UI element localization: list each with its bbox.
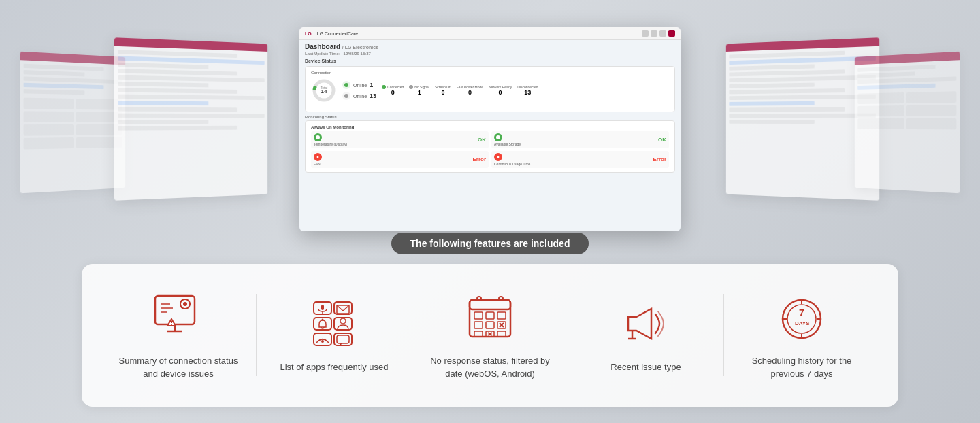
feature-app-list: List of apps frequently used [273,297,395,374]
divider-2 [412,294,412,376]
network-ready-value: 0 [489,89,512,96]
features-section: The following features are included [0,233,980,423]
screenshot-far-left [20,52,125,194]
dashboard-body: Device Status Connection Total 14 [299,58,681,173]
connection-label: Connection [311,71,669,75]
monitoring-panel: Always On Monitoring Temperature (Displa… [305,120,675,173]
feature-scheduling-text: Scheduling history for the previous 7 da… [740,354,863,381]
no-signal-label: No Signal [414,85,429,89]
feature-issue-type: Recent issue type [585,297,707,374]
screenshot-main: LG LG ConnectedCare Dashboard / LG Elect… [299,27,681,231]
storage-label: Available Storage [494,142,521,146]
feature-no-response: No response status, filtered by date (we… [429,290,551,381]
always-on-label: Always On Monitoring [311,125,669,129]
monitor-gear-warning-icon [151,290,206,345]
features-badge: The following features are included [391,233,589,254]
device-status-title: Device Status [305,58,675,63]
feature-issue-text: Recent issue type [610,360,681,374]
svg-point-37 [322,319,324,321]
donut-chart: Total 14 [311,78,337,103]
dashboard-titlebar: LG LG ConnectedCare [299,27,681,40]
app-name: LG ConnectedCare [317,31,358,36]
features-badge-text: The following features are included [410,238,570,249]
divider-1 [256,294,257,376]
svg-rect-49 [474,312,483,319]
calendar-grid-icon [463,290,517,345]
fan-status: Error [472,156,486,163]
dashboard-header: Dashboard / LG Electronics Last Update T… [299,40,681,58]
svg-line-25 [188,307,189,307]
last-update-value: 12/08/29 15:37 [344,52,371,56]
svg-point-6 [316,135,320,139]
online-value: 1 [370,82,373,88]
no-signal-value: 1 [409,89,429,96]
svg-text:14: 14 [321,88,327,95]
lg-logo: LG [305,31,312,36]
svg-line-27 [181,307,182,307]
screenshots-area: LG LG ConnectedCare Dashboard / LG Elect… [0,0,980,245]
svg-point-39 [340,318,346,324]
svg-rect-51 [497,312,506,319]
breadcrumb: / LG Electronics [342,45,378,50]
svg-rect-32 [321,305,324,310]
svg-point-48 [499,297,503,301]
fan-label: FAN [314,162,322,166]
fan-item: FAN Error [311,151,489,168]
continuous-label: Continuous Usage Time [494,162,530,166]
divider-4 [723,294,724,376]
storage-status: OK [658,137,666,143]
svg-point-5 [344,94,348,98]
temperature-label: Temperature (Display) [314,142,347,146]
svg-text:DAYS: DAYS [795,320,810,326]
temperature-item: Temperature (Display) OK [311,131,489,148]
svg-line-24 [181,300,182,301]
svg-text:7: 7 [799,307,804,318]
feature-connection-text: Summary of connection status and device … [117,354,240,381]
apps-grid-icon [307,297,361,351]
megaphone-icon [619,297,673,351]
svg-rect-52 [474,322,483,328]
features-card: Summary of connection status and device … [82,264,898,407]
divider-3 [568,294,568,376]
svg-point-19 [183,302,187,306]
svg-line-26 [188,300,189,301]
screenshot-far-right [855,52,960,194]
disconnected-value: 13 [517,89,538,96]
svg-rect-53 [486,322,494,328]
continuous-status: Error [653,156,666,163]
svg-rect-50 [486,312,494,319]
svg-rect-46 [470,300,510,309]
online-label: Online [353,83,367,88]
days-calendar-icon: 7 DAYS [774,290,829,345]
svg-rect-43 [337,335,349,343]
screen-off-value: 0 [435,89,451,96]
temperature-status: OK [478,137,486,143]
device-status-panel: Connection Total 14 [305,66,675,112]
svg-point-41 [321,340,324,343]
svg-point-4 [344,83,348,87]
svg-point-47 [477,297,481,301]
continuous-usage-item: Continuous Usage Time Error [491,151,669,168]
screenshot-side-left [114,37,267,201]
dashboard-title: Dashboard [305,43,340,50]
feature-apps-text: List of apps frequently used [280,360,389,374]
feature-no-response-text: No response status, filtered by date (we… [429,354,551,381]
status-breakdown: Connected 0 No Signal 1 Scre [382,85,669,96]
storage-item: Available Storage OK [491,131,669,148]
connected-value: 0 [382,89,404,96]
connected-label: Connected [387,85,404,89]
offline-value: 13 [370,92,376,99]
offline-label: Offline [353,94,367,99]
feature-scheduling: 7 DAYS Scheduling history for the previo… [740,290,863,381]
monitor-grid: Temperature (Display) OK Available Stora… [311,131,669,168]
monitoring-status-label: Monitoring Status [305,115,675,119]
connection-summary: Total 14 Online 1 [311,78,669,103]
fast-power-value: 0 [457,89,483,96]
last-update-label: Last Update Time: [305,52,340,56]
online-offline-panel: Online 1 Offline 13 [342,81,376,100]
feature-connection-summary: Summary of connection status and device … [117,290,240,381]
svg-point-30 [171,324,172,325]
svg-point-64 [783,300,821,338]
svg-point-7 [496,135,500,139]
